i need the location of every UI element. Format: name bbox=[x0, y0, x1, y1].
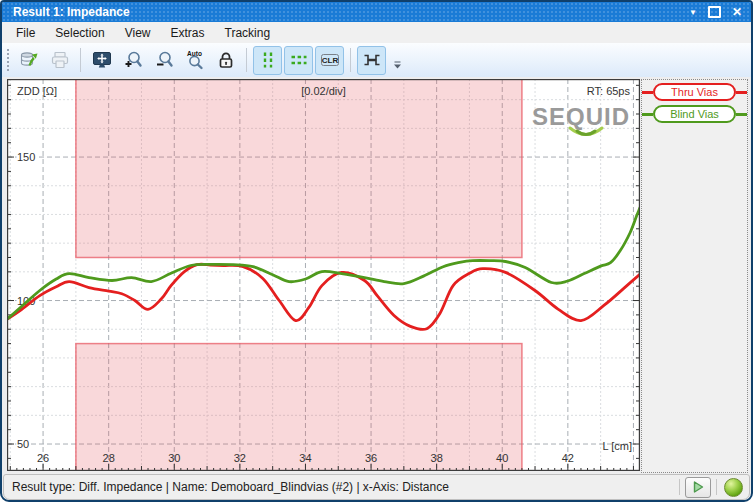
window-controls: ▼ ✕ bbox=[689, 2, 742, 22]
toolbar-separator bbox=[246, 48, 247, 72]
toolbar-overflow-icon[interactable] bbox=[393, 56, 402, 74]
div-scale-label: [0.02/div] bbox=[301, 85, 346, 97]
lock-icon bbox=[216, 50, 236, 70]
window-title: Result 1: Impedance bbox=[13, 2, 130, 22]
limit-mask-button[interactable] bbox=[357, 46, 386, 75]
y-axis-unit-label: ZDD [Ω] bbox=[17, 85, 57, 97]
export-icon bbox=[19, 50, 39, 70]
chevron-down-icon[interactable]: ▼ bbox=[689, 8, 697, 17]
play-icon bbox=[691, 480, 705, 494]
limit-mask-region bbox=[76, 79, 522, 257]
rise-time-label: RT: 65ps bbox=[587, 85, 631, 97]
legend-line bbox=[736, 113, 747, 116]
zoom-in-icon bbox=[123, 50, 143, 70]
legend-item[interactable]: Blind Vias bbox=[642, 105, 747, 123]
vertical-cursors-button[interactable] bbox=[253, 46, 282, 75]
zoom-auto-button[interactable]: Auto bbox=[180, 46, 209, 75]
zoom-in-button[interactable] bbox=[118, 46, 147, 75]
status-text: Result type: Diff. Impedance | Name: Dem… bbox=[12, 480, 674, 494]
connection-status-led bbox=[724, 478, 743, 497]
menu-item-view[interactable]: View bbox=[115, 24, 161, 42]
zoom-out-icon bbox=[154, 50, 174, 70]
play-button[interactable] bbox=[685, 477, 711, 498]
svg-text:CLR: CLR bbox=[321, 56, 338, 65]
legend-item[interactable]: Thru Vias bbox=[642, 83, 747, 101]
x-tick-label: 38 bbox=[431, 452, 443, 464]
horizontal-cursors-button[interactable] bbox=[284, 46, 313, 75]
toolbar-separator bbox=[350, 48, 351, 72]
maximize-icon[interactable] bbox=[708, 6, 721, 18]
toolbar: AutoCLR bbox=[2, 43, 751, 77]
menu-item-extras[interactable]: Extras bbox=[161, 24, 215, 42]
result-window: Result 1: Impedance ▼ ✕ FileSelectionVie… bbox=[0, 0, 753, 502]
toolbar-grip[interactable] bbox=[6, 48, 10, 72]
printer-icon bbox=[50, 50, 70, 70]
fit-screen-icon bbox=[92, 50, 112, 70]
y-tick-label: 150 bbox=[17, 151, 35, 163]
sequid-logo-text: SEQUID bbox=[532, 103, 630, 130]
close-icon[interactable]: ✕ bbox=[732, 5, 742, 19]
fit-view-button[interactable] bbox=[87, 46, 116, 75]
menu-item-selection[interactable]: Selection bbox=[45, 24, 114, 42]
horizontal-cursors-icon bbox=[289, 50, 309, 70]
legend-panel: Thru ViasBlind Vias bbox=[641, 79, 748, 473]
zoom-auto-icon: Auto bbox=[185, 50, 205, 70]
toolbar-separator bbox=[80, 48, 81, 72]
menu-bar: FileSelectionViewExtrasTracking bbox=[2, 22, 751, 43]
x-axis-unit-label: L [cm] bbox=[602, 440, 632, 452]
x-tick-label: 34 bbox=[299, 452, 311, 464]
x-tick-label: 26 bbox=[37, 452, 49, 464]
clear-cursors-button[interactable]: CLR bbox=[315, 46, 344, 75]
export-button[interactable] bbox=[14, 46, 43, 75]
print-button[interactable] bbox=[45, 46, 74, 75]
x-tick-label: 28 bbox=[103, 452, 115, 464]
status-bar: Result type: Diff. Impedance | Name: Dem… bbox=[3, 474, 750, 500]
clr-icon: CLR bbox=[320, 50, 340, 70]
status-separator bbox=[679, 479, 680, 495]
mask-icon bbox=[362, 50, 382, 70]
menu-item-tracking[interactable]: Tracking bbox=[215, 24, 281, 42]
x-tick-label: 40 bbox=[496, 452, 508, 464]
lock-zoom-button[interactable] bbox=[211, 46, 240, 75]
plot-area[interactable]: 26283032343638404250100150ZDD [Ω][0.02/d… bbox=[7, 79, 640, 471]
legend-line bbox=[736, 91, 747, 94]
legend-label: Blind Vias bbox=[653, 105, 736, 123]
legend-line bbox=[642, 91, 653, 94]
x-tick-label: 30 bbox=[168, 452, 180, 464]
x-tick-label: 36 bbox=[365, 452, 377, 464]
title-bar[interactable]: Result 1: Impedance ▼ ✕ bbox=[2, 2, 751, 23]
legend-line bbox=[642, 113, 653, 116]
y-tick-label: 50 bbox=[17, 438, 29, 450]
x-tick-label: 32 bbox=[234, 452, 246, 464]
vertical-cursors-icon bbox=[258, 50, 278, 70]
status-separator bbox=[716, 479, 717, 495]
x-tick-label: 42 bbox=[562, 452, 574, 464]
legend-label: Thru Vias bbox=[653, 83, 736, 101]
zoom-out-button[interactable] bbox=[149, 46, 178, 75]
menu-item-file[interactable]: File bbox=[6, 24, 45, 42]
